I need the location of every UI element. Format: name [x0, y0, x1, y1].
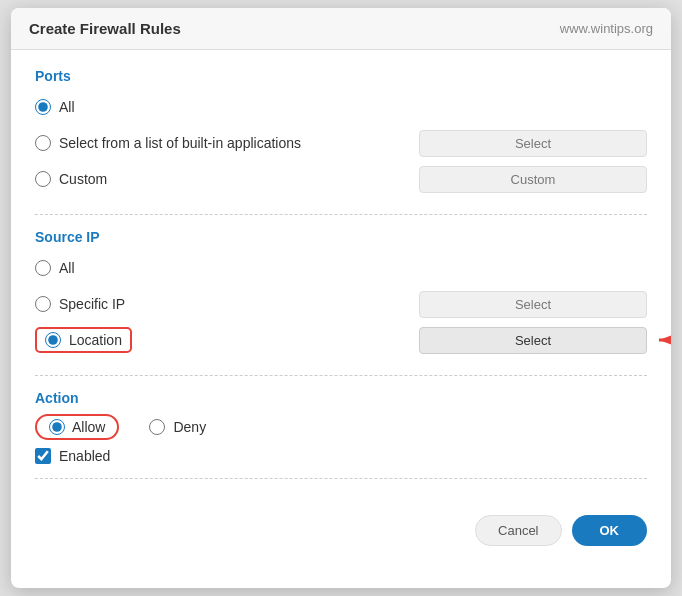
source-ip-location-row: Location Select: [35, 325, 647, 355]
cancel-button[interactable]: Cancel: [475, 515, 561, 546]
dialog-body: Ports All Select from a list of built-in…: [11, 50, 671, 503]
enabled-checkbox[interactable]: [35, 448, 51, 464]
source-ip-location-radio[interactable]: [45, 332, 61, 348]
ports-all-row: All: [35, 92, 647, 122]
enabled-row: Enabled: [35, 448, 647, 464]
action-allow-radio[interactable]: [49, 419, 65, 435]
source-ip-all-row: All: [35, 253, 647, 283]
enabled-label: Enabled: [59, 448, 110, 464]
source-ip-all-radio[interactable]: [35, 260, 51, 276]
ports-all-label: All: [59, 99, 75, 115]
ports-custom-row: Custom Custom: [35, 164, 647, 194]
ports-section-label: Ports: [35, 68, 647, 84]
source-ip-specific-radio[interactable]: [35, 296, 51, 312]
source-ip-location-select-button[interactable]: Select: [419, 327, 647, 354]
source-ip-specific-select-button[interactable]: Select: [419, 291, 647, 318]
ports-custom-radio[interactable]: [35, 171, 51, 187]
ports-custom-option[interactable]: Custom: [35, 171, 107, 187]
ports-builtin-select-button[interactable]: Select: [419, 130, 647, 157]
ports-custom-select-button[interactable]: Custom: [419, 166, 647, 193]
ports-custom-label: Custom: [59, 171, 107, 187]
ports-all-radio[interactable]: [35, 99, 51, 115]
source-ip-all-label: All: [59, 260, 75, 276]
ports-section: Ports All Select from a list of built-in…: [35, 68, 647, 215]
source-ip-section: Source IP All Specific IP Select Locati: [35, 229, 647, 376]
location-arrow-icon: [649, 325, 671, 355]
source-ip-location-label: Location: [69, 332, 122, 348]
ports-builtin-label: Select from a list of built-in applicati…: [59, 135, 301, 151]
ports-builtin-option[interactable]: Select from a list of built-in applicati…: [35, 135, 301, 151]
action-section-label: Action: [35, 390, 647, 406]
source-ip-specific-row: Specific IP Select: [35, 289, 647, 319]
dialog-footer: Cancel OK: [11, 503, 671, 562]
create-firewall-rules-dialog: Create Firewall Rules www.wintips.org Po…: [11, 8, 671, 588]
action-deny-radio[interactable]: [149, 419, 165, 435]
source-ip-location-highlight[interactable]: Location: [35, 327, 132, 353]
dialog-title: Create Firewall Rules: [29, 20, 181, 37]
source-ip-section-label: Source IP: [35, 229, 647, 245]
ports-builtin-radio[interactable]: [35, 135, 51, 151]
source-ip-all-option[interactable]: All: [35, 260, 75, 276]
watermark: www.wintips.org: [560, 21, 653, 36]
action-deny-option[interactable]: Deny: [149, 419, 206, 435]
dialog-header: Create Firewall Rules www.wintips.org: [11, 8, 671, 50]
ok-button[interactable]: OK: [572, 515, 648, 546]
ports-all-option[interactable]: All: [35, 99, 75, 115]
ports-builtin-row: Select from a list of built-in applicati…: [35, 128, 647, 158]
action-deny-label: Deny: [173, 419, 206, 435]
action-allow-label: Allow: [72, 419, 105, 435]
action-section: Action Allow Deny Enabled: [35, 390, 647, 479]
source-ip-specific-label: Specific IP: [59, 296, 125, 312]
action-allow-highlight[interactable]: Allow: [35, 414, 119, 440]
action-options-row: Allow Deny: [35, 414, 647, 440]
source-ip-specific-option[interactable]: Specific IP: [35, 296, 125, 312]
